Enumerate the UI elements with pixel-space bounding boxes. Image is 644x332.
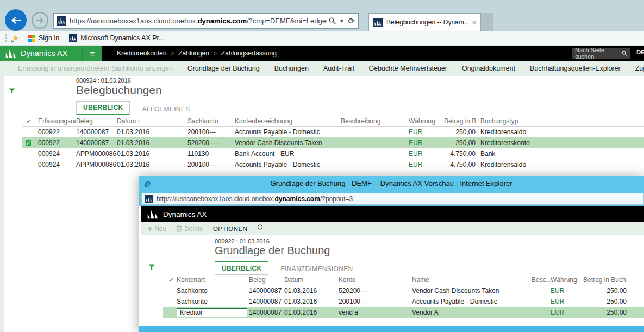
popup-record-id: 000922 : 01.03.2016 [215,238,330,245]
kontenart-input-value: Kreditor [180,309,203,316]
col-betrag[interactable]: Betrag in Buch... [583,276,627,284]
close-icon[interactable]: × [472,18,476,27]
col-sachkonto[interactable]: Sachkonto [187,117,235,125]
popup-titlebar[interactable]: e Grundlage der Buchung - DEMF -- Dynami… [139,176,644,191]
breadcrumb-item[interactable]: Kreditorenkonten [117,49,166,57]
forward-button[interactable] [32,12,48,29]
page-search-input[interactable]: Nach Seite suchen [572,48,630,59]
browser-chrome: https://usnconeboxax1aos.cloud.onebox.dy… [0,0,644,31]
popup-page-header: 000922 : 01.03.2016 Grundlage der Buchun… [215,238,330,257]
table-row[interactable]: 000924APPM00008601.03.2016200100---Accou… [22,159,644,170]
cell-sachkonto: 520200----- [187,139,235,147]
action-originaldokument[interactable]: Originaldokument [462,65,515,72]
tab-ueberblick[interactable]: ÜBERBLICK [215,261,268,275]
favorite-dynamics[interactable]: Microsoft Dynamics AX Pr... [69,34,164,42]
col-betrag[interactable]: Betrag in Buch... [444,117,476,125]
cell-betrag: -250,00 [444,139,476,147]
col-konto[interactable]: Konto [339,276,412,284]
col-datum[interactable]: Datum↑ [117,117,187,125]
col-datum[interactable]: Datum [284,276,339,284]
table-row[interactable]: 000924APPM00008601.03.2016110130---Bank … [22,148,644,159]
popup-url-row: https://usnconeboxax1aos.cloud.onebox.dy… [139,191,644,206]
plus-icon: + [148,224,152,233]
action-gebuchte-mehrwertsteuer[interactable]: Gebuchte Mehrwertsteuer [368,65,447,72]
popup-tabs: ÜBERBLICK FINANZDIMENSIONEN [215,261,359,275]
col-beschreibung[interactable]: Beschreibung [341,117,409,125]
col-beleg[interactable]: Beleg [76,117,117,125]
col-beleg[interactable]: Beleg [249,276,284,284]
search-icon [622,51,627,57]
table-row[interactable]: ✓00092214000008701.03.2016520200-----Ven… [22,137,644,148]
action-grundlage-der-buchung[interactable]: Grundlage der Buchung [187,65,260,72]
cell-kontenart: Sachkonto [177,287,249,295]
col-erfassungsnummer[interactable]: Erfassungsnu... [38,117,76,125]
cell-datum: 01.03.2016 [284,309,339,316]
popup-options-button[interactable]: OPTIONEN [213,225,247,232]
tab-ueberblick[interactable]: ÜBERBLICK [76,101,130,115]
cell-buchungstyp: Bank [476,150,644,158]
tab-allgemeines[interactable]: ALLGEMEINES [135,103,196,115]
breadcrumb-item[interactable]: Zahlungen [178,49,209,57]
address-bar[interactable]: https://usnconeboxax1aos.cloud.onebox.dy… [53,13,359,29]
col-waehrung[interactable]: Währung [551,276,583,284]
cell-kontenbezeichnung: Vendor Cash Discounts Taken [235,139,341,147]
new-button[interactable]: + Neu [148,224,166,233]
select-all-header[interactable]: ✓ [22,117,38,125]
favorite-sign-in[interactable]: Sign in [28,34,59,42]
favorites-grip[interactable] [5,34,8,42]
cell-waehrung: EUR [551,287,583,295]
cell-name: Vendor A [412,309,532,316]
popup-window: e Grundlage der Buchung - DEMF -- Dynami… [139,176,644,332]
chevron-down-icon[interactable]: ▼ [340,18,345,24]
cell-kontenart: Sachkonto [177,298,249,305]
kontenart-input[interactable]: Kreditor [177,308,247,317]
main-table-body: 00092214000008701.03.2016200100---Accoun… [22,127,644,170]
hamburger-menu-icon[interactable]: ≡ [82,46,102,61]
add-favorite-icon[interactable]: ★➤ [12,33,23,43]
back-button[interactable] [5,9,27,31]
record-id: 000924 : 01.03.2016 [76,77,162,84]
page-title: Belegbuchungen [76,84,162,97]
table-row[interactable]: Kreditor14000008701.03.2016vend aVendor … [163,307,644,318]
action-zugehörige-belege[interactable]: Zugehörige Belege [635,65,644,72]
search-icon[interactable] [329,17,336,24]
refresh-icon[interactable]: ⟳ [348,16,355,26]
popup-address-bar[interactable]: https://usnconeboxax1aos.cloud.onebox.dy… [141,193,644,205]
new-tab-button[interactable] [481,13,493,31]
col-beschreibung[interactable]: Besc... [532,276,551,284]
lightbulb-icon[interactable] [257,224,263,233]
dynamics-logo-icon [147,210,158,219]
sort-asc-icon: ↑ [137,118,140,124]
cell-buchungstyp: Kreditorenskonto [476,139,644,147]
filter-icon[interactable] [9,88,15,94]
action-buchungen[interactable]: Buchungen [274,65,309,72]
breadcrumb-item[interactable]: Zahlungserfassung [221,49,277,57]
row-selected-checkbox[interactable]: ✓ [26,140,31,146]
cell-beleg: 140000087 [76,128,117,136]
delete-button[interactable]: Delete [176,225,203,233]
browser-tab[interactable]: Belegbuchungen -- Dynam... × [368,13,481,31]
page-header: 000924 : 01.03.2016 Belegbuchungen [76,77,162,97]
main-table-header: ✓ Erfassungsnu... Beleg Datum↑ Sachkonto… [22,116,644,127]
row-select-cell[interactable]: ✓ [22,139,38,147]
col-name[interactable]: Name [412,276,532,284]
cell-beleg: APPM000086 [76,161,117,168]
action-audit-trail[interactable]: Audit-Trail [323,65,354,72]
cell-waehrung: EUR [409,139,444,147]
col-kontenart[interactable]: Kontenart [177,276,249,284]
col-waehrung[interactable]: Währung [409,117,444,125]
table-row[interactable]: Sachkonto14000008701.03.2016520200-----V… [163,285,644,296]
table-row[interactable]: 00092214000008701.03.2016200100---Accoun… [22,127,644,137]
filter-icon[interactable] [148,264,155,270]
col-buchungstyp[interactable]: Buchungstyp [476,117,644,125]
cell-buchungstyp: Kreditorensaldo [476,128,644,136]
app-brand[interactable]: Dynamics AX [0,46,82,61]
cell-beleg: 140000087 [249,309,284,316]
action-buchhaltungsquellen-explorer[interactable]: Buchhaltungsquellen-Explorer [530,65,621,72]
url-text: https://usnconeboxax1aos.cloud.onebox.dy… [70,17,327,25]
tab-finanzdimensionen[interactable]: FINANZDIMENSIONEN [274,263,359,275]
table-row[interactable]: Sachkonto14000008701.03.2016200100---Acc… [163,296,644,307]
main-table: ✓ Erfassungsnu... Beleg Datum↑ Sachkonto… [22,116,644,170]
col-kontenbezeichnung[interactable]: Kontenbezeichnung [235,117,341,125]
select-all-header[interactable]: ✓ [163,276,177,284]
